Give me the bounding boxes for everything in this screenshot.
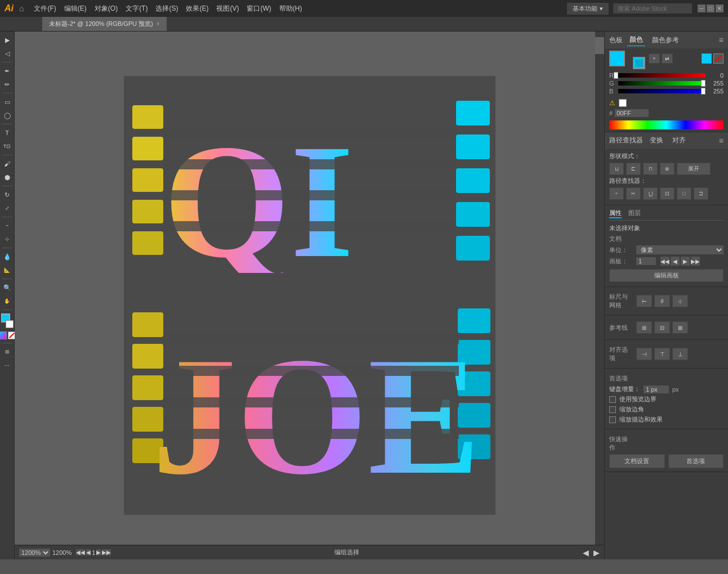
close-button[interactable]: ✕	[716, 5, 723, 12]
measure-tool[interactable]: 📐	[1, 264, 14, 276]
pathfinder-menu-icon[interactable]: ≡	[719, 136, 723, 145]
merge-btn[interactable]: ⋃	[643, 187, 658, 200]
alt-swatch-2[interactable]	[713, 53, 723, 64]
minimize-button[interactable]: ─	[698, 5, 705, 12]
expand-shape-btn[interactable]: 展开	[677, 163, 711, 175]
prev-canvas-step-btn[interactable]: ◀	[671, 257, 680, 266]
pen-tool[interactable]: ✒	[1, 65, 14, 77]
unite-btn[interactable]: ⊔	[609, 163, 624, 175]
prev-artboard-btn[interactable]: ◀◀	[76, 549, 85, 555]
restore-button[interactable]: □	[707, 5, 714, 12]
snap-icon-btn-2[interactable]: ⊤	[654, 348, 670, 360]
workspace-button[interactable]: 基本功能 ▾	[567, 3, 609, 15]
canvas-number-input[interactable]	[636, 257, 656, 265]
hex-input[interactable]	[615, 109, 649, 117]
prev-nav-btn[interactable]: ◀	[583, 548, 589, 557]
menu-help[interactable]: 帮助(H)	[276, 2, 306, 16]
pencil-tool[interactable]: ✏	[1, 78, 14, 91]
next-canvas-btn[interactable]: ▶▶	[691, 257, 700, 266]
prefs-btn[interactable]: 首选项	[668, 454, 724, 468]
new-swatch-btn[interactable]: +	[649, 53, 660, 64]
rotate-tool[interactable]: ↻	[1, 189, 14, 201]
g-slider-track[interactable]	[618, 81, 705, 86]
gradient-icon[interactable]	[0, 331, 7, 339]
panel-menu-icon[interactable]: ≡	[719, 35, 723, 44]
artwork-svg[interactable]: QI JOE	[124, 76, 495, 515]
scale-tool[interactable]: ⤢	[1, 202, 14, 214]
next-canvas-step-btn[interactable]: ▶	[681, 257, 690, 266]
more-tools[interactable]: ···	[1, 359, 14, 371]
warp-tool[interactable]: ~	[1, 219, 14, 232]
tab-transform[interactable]: 变换	[647, 134, 666, 146]
type-tool[interactable]: T	[1, 127, 14, 139]
prev-artboard-step-btn[interactable]: ◀	[86, 549, 91, 555]
guides-icon-btn-1[interactable]: ⊞	[636, 321, 652, 334]
tab-layers[interactable]: 图层	[628, 209, 641, 218]
canvas-area[interactable]: QI JOE	[15, 32, 604, 559]
ellipse-tool[interactable]: ◯	[1, 109, 14, 122]
next-artboard-btn[interactable]: ▶▶	[102, 549, 111, 555]
scale-corners-checkbox[interactable]	[609, 406, 616, 413]
fill-indicator[interactable]	[6, 320, 14, 328]
paintbrush-tool[interactable]: 🖌	[1, 158, 14, 170]
area-type-tool[interactable]: T⊡	[1, 140, 14, 153]
prev-canvas-btn[interactable]: ◀◀	[660, 257, 669, 266]
menu-effect[interactable]: 效果(E)	[182, 2, 212, 16]
divide-btn[interactable]: ÷	[609, 187, 624, 200]
menu-text[interactable]: 文字(T)	[122, 2, 151, 16]
minus-back-btn[interactable]: ⊐	[694, 187, 708, 200]
menu-object[interactable]: 对象(O)	[91, 2, 121, 16]
tab-color-ref[interactable]: 颜色参考	[650, 34, 681, 46]
menu-edit[interactable]: 编辑(E)	[61, 2, 90, 16]
guides-icon-btn-3[interactable]: ⊠	[672, 321, 688, 334]
home-icon[interactable]: ⌂	[19, 4, 24, 13]
zoom-select[interactable]: 1200%	[19, 549, 50, 557]
snap-icon-btn-3[interactable]: ⊥	[672, 348, 688, 360]
intersect-btn[interactable]: ⊓	[643, 163, 658, 175]
b-slider-thumb[interactable]	[701, 88, 705, 95]
gamut-warning-box[interactable]	[619, 99, 627, 107]
vertical-scrollbar[interactable]	[595, 32, 604, 550]
preview-bounds-checkbox[interactable]	[609, 396, 616, 403]
guides-icon-btn-2[interactable]: ⊟	[654, 321, 670, 334]
menu-select[interactable]: 选择(S)	[152, 2, 181, 16]
hand-tool[interactable]: ✋	[1, 295, 14, 307]
color-spectrum-bar[interactable]	[609, 120, 723, 129]
tab-properties[interactable]: 属性	[609, 209, 622, 218]
exclude-btn[interactable]: ⊕	[660, 163, 675, 175]
pixel-preview-btn[interactable]: ⊹	[672, 295, 688, 307]
artboard-tool[interactable]: ⊞	[1, 346, 14, 358]
menu-file[interactable]: 文件(F)	[30, 2, 59, 16]
outline-btn[interactable]: □	[677, 187, 691, 200]
edit-artboard-btn[interactable]: 编辑画板	[609, 269, 723, 282]
next-artboard-step-btn[interactable]: ▶	[96, 549, 101, 555]
g-slider-thumb[interactable]	[701, 80, 705, 87]
eyedropper-tool[interactable]: 💧	[1, 250, 14, 263]
alt-swatch-1[interactable]	[702, 53, 712, 64]
foreground-swatch[interactable]	[609, 51, 625, 66]
scroll-thumb-v[interactable]	[595, 37, 604, 54]
b-slider-track[interactable]	[618, 89, 705, 93]
tab-align[interactable]: 对齐	[670, 134, 688, 146]
grid-icon-btn[interactable]: #	[654, 295, 670, 307]
menu-window[interactable]: 窗口(W)	[243, 2, 274, 16]
stock-search-input[interactable]	[613, 3, 692, 14]
snap-icon-btn-1[interactable]: ⊣	[636, 348, 652, 360]
next-nav-btn[interactable]: ▶	[593, 548, 600, 557]
stroke-swatch[interactable]	[633, 57, 645, 69]
swap-colors-btn[interactable]: ⇄	[662, 53, 673, 64]
zoom-tool[interactable]: 🔍	[1, 281, 14, 294]
document-tab[interactable]: 未标题-2* @ 1200% (RGB/GPU 预览) ×	[42, 17, 167, 31]
crop-btn[interactable]: ⊡	[660, 187, 675, 200]
free-transform-tool[interactable]: ⊹	[1, 233, 14, 245]
keyboard-increment-input[interactable]	[644, 385, 669, 393]
direct-selection-tool[interactable]: ◁	[1, 47, 14, 60]
menu-view[interactable]: 视图(V)	[213, 2, 242, 16]
rectangle-tool[interactable]: ▭	[1, 96, 14, 108]
scale-effects-checkbox[interactable]	[609, 416, 616, 423]
doc-settings-btn[interactable]: 文档设置	[609, 454, 665, 468]
trim-btn[interactable]: ✂	[626, 187, 641, 200]
r-slider-track[interactable]	[618, 73, 705, 78]
unit-select[interactable]: 像素	[636, 245, 723, 254]
selection-tool[interactable]: ▶	[1, 34, 14, 46]
